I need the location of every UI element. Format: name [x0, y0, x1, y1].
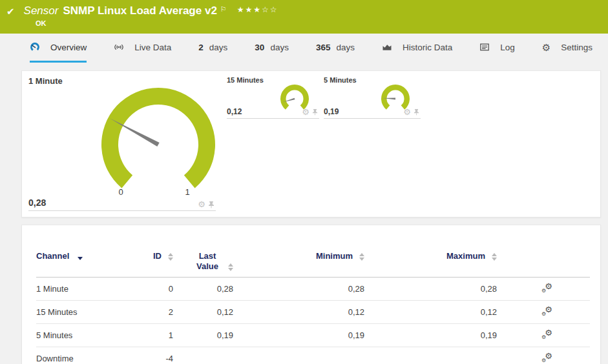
tab-bar: Overview Live Data 2days 30days 365days … — [0, 34, 608, 63]
log-list-icon — [479, 42, 490, 52]
gauge-icon — [30, 42, 40, 52]
maximum-value: 0,12 — [364, 301, 497, 324]
maximum-value: 0,19 — [364, 324, 497, 347]
gauge-title: 1 Minute — [28, 76, 63, 86]
minimum-value — [233, 347, 364, 364]
channels-table: Channel ID Last Value Minimum Maximum — [36, 248, 590, 364]
sensor-title: SNMP Linux Load Average v2 — [63, 5, 216, 17]
tab-overview[interactable]: Overview — [30, 34, 87, 63]
gauges-panel: 1 Minute 0 1 0,28 ⚙ 15 Minutes 0,12 ⚙ — [21, 70, 601, 217]
channel-id: 1 — [120, 324, 173, 347]
tab-label: days — [209, 43, 228, 52]
maximum-value — [364, 347, 497, 364]
tab-label: Settings — [561, 43, 592, 52]
maximum-value: 0,28 — [364, 278, 497, 301]
column-header-minimum[interactable]: Minimum — [233, 248, 364, 278]
table-row: 5 Minutes 1 0,19 0,19 0,19 ⚙⚙ — [36, 324, 590, 347]
gauge-tile-15-minutes: 15 Minutes 0,12 ⚙ — [227, 75, 319, 119]
tab-label: Historic Data — [403, 43, 452, 52]
channel-name: 1 Minute — [36, 278, 120, 301]
gauge-1-minute — [97, 86, 220, 203]
channel-id: -4 — [120, 347, 173, 364]
last-value: 0,12 — [173, 301, 233, 324]
gauge-tile-5-minutes: 5 Minutes 0,19 ⚙ — [324, 75, 421, 119]
gear-icon[interactable]: ⚙ — [302, 108, 309, 116]
gauge-title: 15 Minutes — [227, 76, 264, 84]
channel-settings-gears-icon[interactable]: ⚙⚙ — [541, 306, 552, 316]
tab-settings[interactable]: ⚙ Settings — [542, 34, 592, 63]
last-value: 0,19 — [173, 324, 233, 347]
pin-icon[interactable] — [312, 108, 318, 116]
pin-icon[interactable] — [208, 201, 215, 208]
gauge-tile-1-minute: 1 Minute 0 1 0,28 ⚙ — [28, 74, 216, 211]
gauge-title: 5 Minutes — [324, 76, 357, 84]
sort-icon — [228, 263, 233, 271]
channel-id: 0 — [120, 278, 173, 301]
sort-icon — [359, 253, 364, 261]
sensor-kind-label: Sensor — [24, 5, 59, 17]
sort-icon — [168, 253, 173, 261]
sort-caret-icon — [78, 257, 83, 260]
tab-historic-data[interactable]: Historic Data — [382, 34, 452, 63]
table-row: 1 Minute 0 0,28 0,28 0,28 ⚙⚙ — [36, 278, 590, 301]
gear-icon: ⚙ — [542, 43, 550, 52]
status-ok-check-icon: ✔ — [6, 6, 15, 17]
tab-label: days — [270, 43, 289, 52]
channel-name: 5 Minutes — [36, 324, 120, 347]
tab-label: Log — [500, 43, 515, 52]
channel-name: 15 Minutes — [36, 301, 120, 324]
last-value — [173, 347, 233, 364]
gauge-value: 0,19 — [324, 107, 339, 116]
broadcast-icon — [114, 42, 124, 52]
gauge-value: 0,12 — [227, 107, 242, 116]
minimum-value: 0,28 — [233, 278, 364, 301]
channel-settings-gears-icon[interactable]: ⚙⚙ — [541, 352, 552, 363]
channel-settings-gears-icon[interactable]: ⚙⚙ — [541, 329, 552, 339]
tab-30-days[interactable]: 30days — [255, 34, 289, 63]
tab-label: Live Data — [134, 43, 171, 52]
sensor-header: ✔ Sensor SNMP Linux Load Average v2 ⚐ ★★… — [0, 0, 608, 34]
gauge-max-label: 1 — [182, 187, 193, 197]
channel-id: 2 — [120, 301, 173, 324]
status-text: OK — [36, 19, 608, 27]
minimum-value: 0,19 — [233, 324, 364, 347]
last-value: 0,28 — [173, 278, 233, 301]
column-header-maximum[interactable]: Maximum — [364, 248, 497, 278]
column-header-id[interactable]: ID — [120, 248, 173, 278]
tab-label: days — [336, 43, 355, 52]
tab-log[interactable]: Log — [479, 34, 515, 63]
column-header-last-value[interactable]: Last Value — [173, 248, 233, 278]
gear-icon[interactable]: ⚙ — [198, 200, 205, 208]
table-row: 15 Minutes 2 0,12 0,12 0,12 ⚙⚙ — [36, 301, 590, 324]
minimum-value: 0,12 — [233, 301, 364, 324]
channels-table-panel: Channel ID Last Value Minimum Maximum — [21, 225, 601, 364]
priority-stars[interactable]: ★★★☆☆ — [237, 5, 278, 14]
gear-icon[interactable]: ⚙ — [403, 108, 411, 116]
flag-icon[interactable]: ⚐ — [220, 5, 227, 14]
tab-365-days[interactable]: 365days — [316, 34, 355, 63]
sort-icon — [492, 253, 497, 261]
tab-label: Overview — [50, 43, 87, 52]
gauge-min-label: 0 — [116, 187, 126, 197]
channel-name: Downtime — [36, 347, 120, 364]
table-row: Downtime -4 ⚙⚙ — [36, 347, 590, 364]
pin-icon[interactable] — [414, 108, 419, 116]
tab-2-days[interactable]: 2days — [198, 34, 227, 63]
column-header-channel[interactable]: Channel — [36, 248, 120, 278]
gauge-value: 0,28 — [28, 197, 46, 208]
area-chart-icon — [382, 42, 392, 52]
tab-live-data[interactable]: Live Data — [114, 34, 171, 63]
channel-settings-gears-icon[interactable]: ⚙⚙ — [541, 283, 552, 293]
